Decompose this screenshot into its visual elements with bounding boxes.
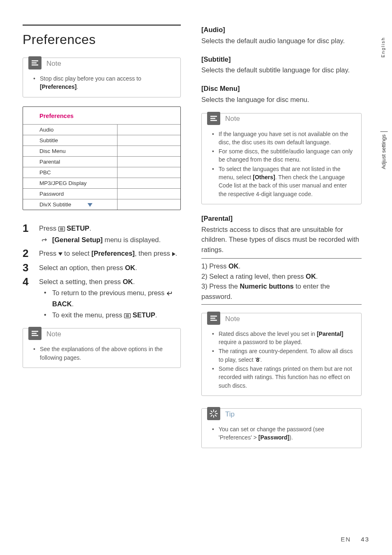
step-body: Select a setting, then press OK.To retur… bbox=[39, 276, 181, 321]
note-box-3: Note If the language you have set is not… bbox=[201, 113, 362, 204]
menu-title: Preferences bbox=[23, 107, 180, 124]
side-tab-language: English bbox=[380, 37, 385, 58]
section-title: [Disc Menu] bbox=[201, 83, 362, 94]
right-column: [Audio]Selects the default audio languag… bbox=[201, 25, 362, 457]
step-number: 1 bbox=[23, 222, 39, 245]
parental-step: 3) Press the Numeric buttons to enter th… bbox=[201, 281, 362, 302]
note-icon bbox=[207, 112, 220, 125]
step-number: 3 bbox=[23, 262, 39, 274]
menu-table: AudioSubtitleDisc MenuParentalPBCMP3/JPE… bbox=[23, 124, 180, 210]
section-body: Selects the default audio language for d… bbox=[201, 36, 362, 46]
svg-line-24 bbox=[211, 411, 212, 412]
menu-value bbox=[118, 167, 180, 178]
menu-value bbox=[118, 178, 180, 188]
list-item: Rated discs above the level you set in [… bbox=[212, 330, 355, 347]
note-box-1: Note Stop disc play before you can acces… bbox=[23, 58, 181, 97]
steps-list: 1Press SETUP.[General Setup] menu is dis… bbox=[23, 222, 181, 321]
left-column: Preferences Note Stop disc play before y… bbox=[23, 25, 181, 457]
parental-section: [Parental] Restricts access to discs tha… bbox=[201, 213, 362, 305]
side-tab-section: Adjust settings bbox=[380, 132, 388, 169]
note-box-2: Note See the explanations of the above o… bbox=[23, 328, 181, 368]
section-title: [Parental] bbox=[201, 213, 362, 224]
menu-value bbox=[118, 124, 180, 135]
list-item: You can set or change the password (see … bbox=[212, 425, 355, 442]
menu-item: Disc Menu bbox=[23, 146, 118, 156]
tip-icon bbox=[207, 407, 220, 420]
tip-list: You can set or change the password (see … bbox=[208, 425, 355, 442]
menu-item: PBC bbox=[23, 167, 118, 178]
chevron-down-icon bbox=[88, 203, 92, 207]
menu-item: DivX Subtitle bbox=[23, 199, 118, 210]
list-item: See the explanations of the above option… bbox=[33, 345, 174, 362]
preferences-menu: Preferences AudioSubtitleDisc MenuParent… bbox=[23, 106, 181, 210]
note-icon bbox=[28, 327, 42, 340]
step-body: Select an option, then press OK. bbox=[39, 262, 137, 274]
menu-item: Subtitle bbox=[23, 135, 118, 146]
footer-page-number: 43 bbox=[361, 536, 369, 543]
list-item: For some discs, the subtitle/audio langu… bbox=[212, 147, 355, 164]
step-number: 4 bbox=[23, 276, 39, 321]
menu-value bbox=[118, 135, 180, 146]
step-sub: To exit the menu, press SETUP. bbox=[39, 310, 181, 321]
menu-item: Audio bbox=[23, 124, 118, 135]
menu-value bbox=[118, 146, 180, 156]
page-title: Preferences bbox=[23, 25, 181, 47]
note-title: Note bbox=[225, 114, 240, 124]
section-body: Restricts access to discs that are unsui… bbox=[201, 224, 362, 255]
page-footer: EN 43 bbox=[341, 536, 369, 543]
section: [Subtitle]Selects the default subtitle l… bbox=[201, 54, 362, 76]
list-item: If the language you have set is not avai… bbox=[212, 130, 355, 147]
list-item: Stop disc play before you can access to … bbox=[33, 74, 174, 91]
note-icon bbox=[207, 312, 220, 325]
note-title: Note bbox=[46, 59, 61, 69]
footer-lang: EN bbox=[341, 536, 351, 543]
list-item: Some discs have ratings printed on them … bbox=[212, 365, 355, 390]
note-list: Rated discs above the level you set in [… bbox=[208, 330, 355, 390]
note-list: See the explanations of the above option… bbox=[29, 345, 174, 362]
section: [Audio]Selects the default audio languag… bbox=[201, 25, 362, 46]
section-body: Selects the language for disc menu. bbox=[201, 95, 362, 105]
section-body: Selects the default subtitle language fo… bbox=[201, 65, 362, 75]
note-title: Note bbox=[225, 314, 240, 324]
step-sub: [General Setup] menu is displayed. bbox=[39, 235, 161, 245]
list-item: To select the languages that are not lis… bbox=[212, 165, 355, 198]
svg-line-27 bbox=[211, 415, 212, 416]
menu-value bbox=[118, 156, 180, 167]
section-title: [Subtitle] bbox=[201, 54, 362, 65]
menu-value bbox=[118, 199, 180, 210]
section-title: [Audio] bbox=[201, 25, 362, 35]
tip-title: Tip bbox=[225, 409, 235, 420]
menu-value bbox=[118, 188, 180, 199]
svg-line-25 bbox=[215, 415, 217, 416]
note-list: If the language you have set is not avai… bbox=[208, 130, 355, 198]
step-sub: To return to the previous menu, press BA… bbox=[39, 288, 181, 309]
step-body: Press SETUP.[General Setup] menu is disp… bbox=[39, 222, 161, 245]
section: [Disc Menu]Selects the language for disc… bbox=[201, 83, 362, 105]
note-title: Note bbox=[46, 329, 61, 340]
menu-item: Parental bbox=[23, 156, 118, 167]
step-number: 2 bbox=[23, 247, 39, 259]
svg-line-26 bbox=[215, 411, 217, 412]
parental-step: 2) Select a rating level, then press OK. bbox=[201, 271, 362, 282]
menu-item: MP3/JPEG Display bbox=[23, 178, 118, 188]
note-box-4: Note Rated discs above the level you set… bbox=[201, 313, 362, 396]
note-list: Stop disc play before you can access to … bbox=[29, 74, 174, 91]
tip-box: Tip You can set or change the password (… bbox=[201, 408, 362, 448]
list-item: The ratings are country-dependent. To al… bbox=[212, 347, 355, 364]
parental-step: 1) Press OK. bbox=[201, 261, 362, 271]
parental-steps: 1) Press OK.2) Select a rating level, th… bbox=[201, 258, 362, 305]
note-icon bbox=[28, 56, 42, 69]
menu-item: Password bbox=[23, 188, 118, 199]
step-body: Press to select [Preferences], then pres… bbox=[39, 247, 177, 259]
